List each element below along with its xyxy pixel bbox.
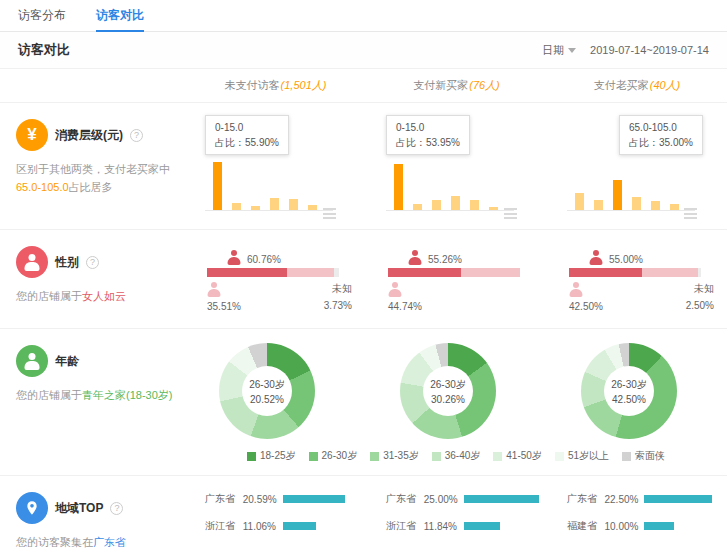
region-row: 广东省 20.59% <box>205 492 358 506</box>
consume-bar-chart[interactable] <box>567 159 695 211</box>
legend-item[interactable]: 18-25岁 <box>247 449 296 463</box>
metric-gender: 性别 您的店铺属于女人如云 <box>0 230 185 328</box>
metric-consume-level: ¥ 消费层级(元) 区别于其他两类，支付老买家中 65.0-105.0占比居多 <box>0 103 185 229</box>
region-bar[interactable] <box>644 495 719 503</box>
unknown-percent: 3.73% <box>324 300 352 311</box>
axis-note-icon <box>504 208 517 219</box>
male-percent: 35.51% <box>207 301 241 312</box>
gender-chart-cell-old: 55.00% 42.50% 未知 2.50% <box>547 230 727 328</box>
metric-description: 您的店铺属于青年之家(18-30岁) <box>16 386 179 404</box>
location-pin-icon <box>16 492 48 524</box>
legend-item[interactable]: 51岁以上 <box>555 449 609 463</box>
region-name: 广东省 <box>205 492 243 506</box>
section-consume-level: ¥ 消费层级(元) 区别于其他两类，支付老买家中 65.0-105.0占比居多 … <box>0 103 727 229</box>
gender-ratio-bar[interactable] <box>207 268 339 277</box>
region-row: 福建省 10.00% <box>567 519 719 533</box>
visitor-compare-page: 访客分布 访客对比 访客对比 日期 2019-07-14~2019-07-14 … <box>0 0 727 553</box>
legend-item[interactable]: 36-40岁 <box>432 449 481 463</box>
legend-item[interactable]: 索面侠 <box>622 449 665 463</box>
legend-swatch <box>555 452 564 461</box>
consume-chart-cell-old: 65.0-105.0 占比：35.00% <box>547 103 727 229</box>
donut-center: 26-30岁 30.26% <box>423 366 473 416</box>
region-percent: 25.00% <box>424 494 462 505</box>
column-headers: 未支付访客(1,501人) 支付新买家(76人) 支付老买家(40人) <box>0 69 727 103</box>
yen-icon: ¥ <box>16 119 48 151</box>
metric-description: 区别于其他两类，支付老买家中 65.0-105.0占比居多 <box>16 160 179 196</box>
donut-center: 26-30岁 42.50% <box>604 366 654 416</box>
female-icon <box>227 250 240 265</box>
age-donut-chart[interactable]: 26-30岁 20.52% <box>219 343 315 439</box>
metric-description: 您的店铺属于女人如云 <box>16 287 179 305</box>
male-icon <box>569 282 582 297</box>
date-dropdown[interactable]: 日期 <box>542 43 576 58</box>
gender-ratio-bar[interactable] <box>388 268 520 277</box>
region-bar[interactable] <box>283 522 359 530</box>
region-percent: 22.50% <box>605 494 643 505</box>
region-name: 福建省 <box>567 519 605 533</box>
metric-title: 消费层级(元) <box>55 127 123 144</box>
person-icon <box>25 254 40 271</box>
female-icon <box>589 250 602 265</box>
tab-visitor-compare[interactable]: 访客对比 <box>96 0 144 32</box>
legend-item[interactable]: 31-35岁 <box>370 449 419 463</box>
donut-center-label: 26-30岁 <box>249 378 285 392</box>
tooltip-range: 65.0-105.0 <box>629 120 693 135</box>
tooltip-ratio: 占比：55.90% <box>215 135 279 150</box>
consume-chart-cell-unpaid: 0-15.0 占比：55.90% <box>185 103 366 229</box>
age-legend: 18-25岁 26-30岁 31-35岁 36-40岁 41-50岁 51岁以上… <box>185 439 727 475</box>
female-percent: 55.00% <box>609 254 643 265</box>
legend-swatch <box>370 452 379 461</box>
date-filter-area: 日期 2019-07-14~2019-07-14 <box>542 43 709 58</box>
region-percent: 10.00% <box>605 521 643 532</box>
region-bar[interactable] <box>283 495 359 503</box>
age-donut-chart[interactable]: 26-30岁 30.26% <box>400 343 496 439</box>
gender-icon <box>16 246 48 278</box>
region-row: 浙江省 11.06% <box>205 519 358 533</box>
region-row: 广东省 22.50% <box>567 492 719 506</box>
region-bar[interactable] <box>464 522 540 530</box>
gender-chart-cell-unpaid: 60.76% 35.51% 未知 3.73% <box>185 230 366 328</box>
tab-visitor-distribution[interactable]: 访客分布 <box>18 0 66 32</box>
region-chart-cell-unpaid: 广东省 20.59% 浙江省 11.06% <box>185 476 366 551</box>
donut-center-label: 26-30岁 <box>430 378 466 392</box>
help-icon[interactable] <box>130 129 143 142</box>
gender-ratio-bar[interactable] <box>569 268 701 277</box>
region-name: 浙江省 <box>386 519 424 533</box>
age-chart-cell-unpaid: 26-30岁 20.52% <box>185 329 366 439</box>
consume-bar-chart[interactable] <box>386 159 514 211</box>
age-donut-chart[interactable]: 26-30岁 42.50% <box>581 343 677 439</box>
region-row: 浙江省 11.84% <box>386 519 539 533</box>
donut-center-value: 20.52% <box>250 394 284 405</box>
help-icon[interactable] <box>110 502 123 515</box>
unknown-percent: 2.50% <box>686 300 714 311</box>
unknown-label: 未知 <box>332 282 352 296</box>
tooltip-ratio: 占比：35.00% <box>629 135 693 150</box>
help-icon[interactable] <box>86 256 99 269</box>
top-tab-bar: 访客分布 访客对比 <box>0 0 727 32</box>
chart-tooltip: 0-15.0 占比：55.90% <box>205 115 289 155</box>
donut-center-value: 30.26% <box>431 394 465 405</box>
consume-bar-chart[interactable] <box>205 159 333 211</box>
legend-item[interactable]: 41-50岁 <box>493 449 542 463</box>
region-percent: 11.06% <box>243 521 281 532</box>
page-title: 访客对比 <box>18 41 70 59</box>
donut-center: 26-30岁 20.52% <box>242 366 292 416</box>
tooltip-ratio: 占比：53.95% <box>396 135 460 150</box>
legend-swatch <box>247 452 256 461</box>
region-bar[interactable] <box>644 522 719 530</box>
region-bar[interactable] <box>464 495 540 503</box>
male-percent: 42.50% <box>569 301 603 312</box>
gender-chart-cell-new: 55.26% 44.74% <box>366 230 547 328</box>
age-icon <box>16 345 48 377</box>
tooltip-range: 0-15.0 <box>396 120 460 135</box>
date-range[interactable]: 2019-07-14~2019-07-14 <box>590 44 709 56</box>
donut-center-label: 26-30岁 <box>611 378 647 392</box>
region-name: 广东省 <box>386 492 424 506</box>
axis-note-icon <box>323 208 336 219</box>
legend-swatch <box>493 452 502 461</box>
male-percent: 44.74% <box>388 301 422 312</box>
legend-item[interactable]: 26-30岁 <box>309 449 358 463</box>
consume-chart-cell-new: 0-15.0 占比：53.95% <box>366 103 547 229</box>
chart-tooltip: 65.0-105.0 占比：35.00% <box>619 115 703 155</box>
legend-swatch <box>622 452 631 461</box>
